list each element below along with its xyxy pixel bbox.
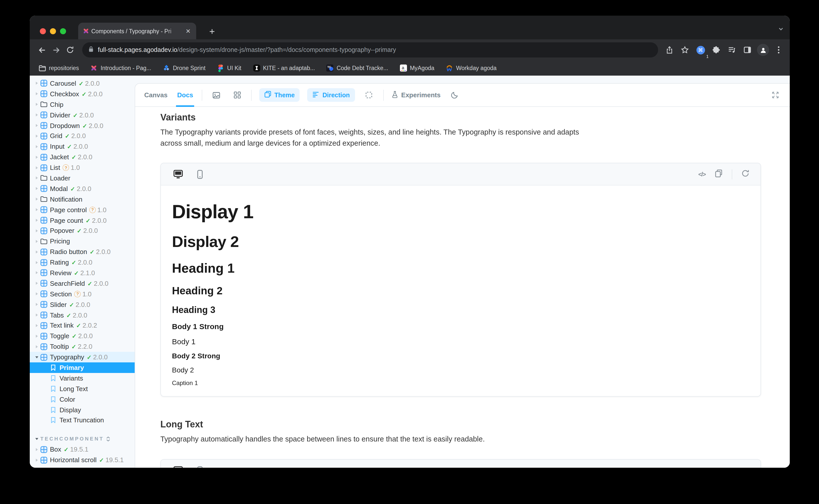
sidebar-component-item[interactable]: Tooltip ✓ 2.2.0 — [30, 341, 135, 352]
sidebar-story-item[interactable]: Text Truncation — [30, 415, 135, 426]
expander-caret-icon[interactable] — [33, 261, 40, 264]
expander-caret-icon[interactable] — [33, 356, 40, 358]
expander-caret-icon[interactable] — [33, 124, 40, 127]
sidebar-component-item[interactable]: SearchField ✓ 2.0.0 — [30, 278, 135, 289]
bookmark-item[interactable]: UI Kit — [217, 65, 241, 72]
show-code-icon[interactable]: </> — [698, 171, 706, 178]
profile-avatar[interactable] — [757, 44, 769, 56]
sidebar-story-item[interactable]: Primary — [30, 362, 135, 373]
reload-icon[interactable] — [63, 43, 77, 57]
sidebar-component-item[interactable]: Box ✓ 19.5.1 — [30, 444, 135, 455]
sidebar-component-item[interactable]: Toggle ✓ 2.0.0 — [30, 331, 135, 341]
sidebar-component-item[interactable]: Notification — [30, 194, 135, 205]
measure-outline-icon[interactable] — [362, 88, 375, 102]
sidebar-component-item[interactable]: Tabs ✓ 2.0.0 — [30, 310, 135, 320]
minimize-window-button[interactable] — [50, 28, 56, 34]
expander-caret-icon[interactable] — [33, 219, 40, 222]
expander-caret-icon[interactable] — [33, 208, 40, 211]
expander-caret-icon[interactable] — [33, 250, 40, 253]
bookmark-star-icon[interactable] — [679, 43, 691, 57]
sidebar-component-item[interactable]: Carousel ✓ 2.0.0 — [30, 78, 135, 89]
bookmark-item[interactable]: repositories — [39, 65, 79, 72]
expander-caret-icon[interactable] — [33, 240, 40, 243]
bookmark-item[interactable]: TC Code Debt Tracke... — [326, 65, 388, 72]
refresh-icon[interactable] — [741, 169, 749, 179]
sidebar-component-item[interactable]: Text link ✓ 2.0.2 — [30, 320, 135, 331]
desktop-view-icon[interactable] — [172, 464, 184, 468]
sidebar-component-item[interactable]: Input ✓ 2.0.0 — [30, 141, 135, 152]
forward-icon[interactable] — [49, 43, 63, 57]
expander-caret-icon[interactable] — [33, 135, 40, 138]
media-playlist-icon[interactable] — [726, 43, 738, 57]
expander-caret-icon[interactable] — [33, 293, 40, 296]
expander-caret-icon[interactable] — [33, 145, 40, 148]
tab-close-icon[interactable]: ✕ — [184, 28, 192, 34]
extension-shortcut-icon[interactable]: ⌘ 1 — [694, 43, 707, 57]
experiments-button[interactable]: Experiments — [391, 90, 441, 100]
sidebar-component-item[interactable]: Checkbox ✓ 2.0.0 — [30, 89, 135, 99]
mobile-view-icon[interactable] — [194, 464, 206, 468]
expander-caret-icon[interactable] — [33, 324, 40, 327]
kebab-menu-icon[interactable] — [773, 43, 785, 57]
tab-docs[interactable]: Docs — [176, 84, 194, 106]
theme-button[interactable]: Theme — [259, 88, 300, 102]
browser-tab[interactable]: Components / Typography - Pri ✕ — [78, 23, 196, 39]
expander-caret-icon[interactable] — [33, 313, 40, 317]
sidebar-story-item[interactable]: Display — [30, 404, 135, 415]
sidebar-component-item[interactable]: Slider ✓ 2.0.0 — [30, 299, 135, 310]
sidebar-story-item[interactable]: Variants — [30, 373, 135, 384]
sidebar-component-item[interactable]: Chip — [30, 99, 135, 110]
sidebar-component-item[interactable]: Popover ✓ 2.0.0 — [30, 226, 135, 236]
bookmark-item[interactable]: Drone Sprint — [163, 65, 205, 72]
expander-caret-icon[interactable] — [33, 229, 40, 232]
sidebar-component-item[interactable]: Modal ✓ 2.0.0 — [30, 183, 135, 194]
sidebar-component-item[interactable]: Section ? 1.0 — [30, 289, 135, 299]
grid-icon[interactable] — [230, 88, 243, 102]
sidebar-component-item[interactable]: Loader — [30, 173, 135, 183]
share-icon[interactable] — [663, 43, 675, 57]
sidebar-component-item[interactable]: Review ✓ 2.1.0 — [30, 268, 135, 278]
bookmark-item[interactable]: Introduction - Pag... — [90, 65, 151, 72]
expander-caret-icon[interactable] — [33, 198, 40, 201]
expander-caret-icon[interactable] — [33, 335, 40, 338]
new-tab-button[interactable] — [206, 25, 218, 37]
section-caret-icon[interactable] — [33, 438, 40, 440]
dark-mode-moon-icon[interactable] — [448, 88, 461, 102]
extensions-puzzle-icon[interactable] — [710, 43, 722, 57]
expander-caret-icon[interactable] — [33, 155, 40, 159]
zoom-photo-icon[interactable] — [210, 88, 223, 102]
expander-caret-icon[interactable] — [33, 303, 40, 306]
desktop-view-icon[interactable] — [172, 168, 184, 180]
back-icon[interactable] — [35, 43, 49, 57]
bookmark-item[interactable]: Workday agoda — [446, 65, 497, 72]
tab-canvas[interactable]: Canvas — [143, 84, 169, 106]
sidebar-component-item[interactable]: Page control ? 1.0 — [30, 204, 135, 215]
sidebar-component-item[interactable]: Pricing — [30, 236, 135, 247]
sidebar-story-item[interactable]: Color — [30, 394, 135, 404]
sidebar-component-item[interactable]: Grid ✓ 2.0.0 — [30, 131, 135, 141]
sidebar-component-item[interactable]: Jacket ✓ 2.0.0 — [30, 152, 135, 162]
expander-caret-icon[interactable] — [33, 82, 40, 85]
sidebar-component-item[interactable]: Rating ✓ 2.0.0 — [30, 257, 135, 268]
sidebar-component-item[interactable]: Dropdown ✓ 2.0.0 — [30, 120, 135, 131]
sidebar-component-item[interactable]: Typography ✓ 2.0.0 — [30, 352, 135, 362]
zoom-window-button[interactable] — [60, 28, 66, 34]
expander-caret-icon[interactable] — [33, 177, 40, 180]
sidebar-component-item[interactable]: Divider ✓ 2.0.0 — [30, 110, 135, 120]
expander-caret-icon[interactable] — [33, 187, 40, 190]
mobile-view-icon[interactable] — [194, 168, 206, 180]
expander-caret-icon[interactable] — [33, 458, 40, 461]
expander-caret-icon[interactable] — [33, 345, 40, 348]
bookmark-item[interactable]: KITE - an adaptab... — [253, 65, 315, 72]
expander-caret-icon[interactable] — [33, 166, 40, 169]
fullscreen-icon[interactable] — [769, 84, 782, 106]
expander-caret-icon[interactable] — [33, 448, 40, 451]
sidebar-component-item[interactable]: Horizontal scroll ✓ 19.5.1 — [30, 455, 135, 465]
sidebar-section-header[interactable]: TECHCOMPONENT — [30, 434, 135, 444]
expander-caret-icon[interactable] — [33, 271, 40, 274]
side-panel-icon[interactable] — [741, 43, 753, 57]
copy-icon[interactable] — [715, 169, 723, 179]
expander-caret-icon[interactable] — [33, 103, 40, 106]
sidebar-component-item[interactable]: List ? 1.0 — [30, 162, 135, 173]
sidebar-component-item[interactable]: Page count ✓ 2.0.0 — [30, 215, 135, 226]
